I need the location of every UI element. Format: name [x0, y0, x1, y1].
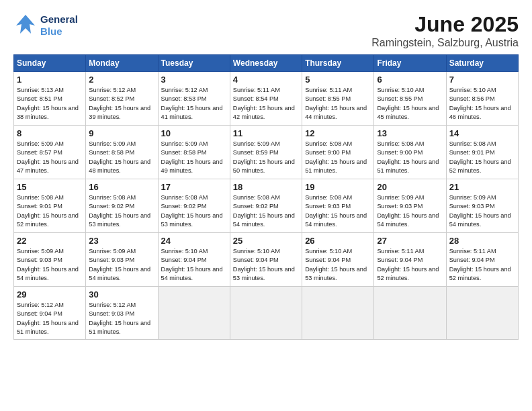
day-info: Sunrise: 5:08 AMSunset: 9:02 PMDaylight:…	[161, 193, 227, 229]
calendar-cell: 17Sunrise: 5:08 AMSunset: 9:02 PMDayligh…	[158, 179, 230, 233]
header: General Blue June 2025 Ramingstein, Salz…	[13, 12, 519, 49]
calendar-cell: 19Sunrise: 5:08 AMSunset: 9:03 PMDayligh…	[302, 179, 374, 233]
day-info: Sunrise: 5:09 AMSunset: 8:59 PMDaylight:…	[233, 140, 299, 175]
day-number: 23	[89, 236, 154, 246]
day-number: 28	[449, 236, 515, 246]
day-info: Sunrise: 5:08 AMSunset: 9:02 PMDaylight:…	[233, 193, 299, 229]
calendar-cell: 15Sunrise: 5:08 AMSunset: 9:01 PMDayligh…	[14, 179, 86, 233]
calendar-cell: 26Sunrise: 5:10 AMSunset: 9:04 PMDayligh…	[302, 233, 374, 287]
calendar-cell	[302, 287, 374, 340]
day-number: 3	[161, 75, 227, 85]
calendar-cell: 3Sunrise: 5:12 AMSunset: 8:53 PMDaylight…	[158, 72, 230, 126]
header-friday: Friday	[374, 55, 446, 72]
header-tuesday: Tuesday	[158, 55, 230, 72]
day-number: 2	[89, 75, 154, 85]
day-info: Sunrise: 5:08 AMSunset: 9:00 PMDaylight:…	[377, 140, 443, 175]
calendar-cell: 4Sunrise: 5:11 AMSunset: 8:54 PMDaylight…	[230, 72, 302, 126]
day-info: Sunrise: 5:12 AMSunset: 8:53 PMDaylight:…	[161, 86, 227, 122]
day-info: Sunrise: 5:09 AMSunset: 9:03 PMDaylight:…	[449, 193, 515, 229]
day-info: Sunrise: 5:10 AMSunset: 8:55 PMDaylight:…	[377, 86, 443, 122]
title-block: June 2025 Ramingstein, Salzburg, Austria	[371, 12, 519, 49]
day-info: Sunrise: 5:09 AMSunset: 8:58 PMDaylight:…	[161, 140, 227, 175]
day-number: 27	[377, 236, 443, 246]
day-info: Sunrise: 5:12 AMSunset: 9:03 PMDaylight:…	[89, 301, 154, 336]
calendar-cell: 8Sunrise: 5:09 AMSunset: 8:57 PMDaylight…	[14, 126, 86, 179]
calendar-cell: 11Sunrise: 5:09 AMSunset: 8:59 PMDayligh…	[230, 126, 302, 179]
calendar-subtitle: Ramingstein, Salzburg, Austria	[371, 37, 519, 49]
day-number: 20	[377, 182, 443, 192]
day-info: Sunrise: 5:08 AMSunset: 9:00 PMDaylight:…	[305, 140, 371, 175]
day-number: 22	[17, 236, 83, 246]
weekday-header-row: Sunday Monday Tuesday Wednesday Thursday…	[14, 55, 519, 72]
day-info: Sunrise: 5:11 AMSunset: 9:04 PMDaylight:…	[377, 247, 443, 283]
day-number: 10	[161, 128, 227, 138]
header-sunday: Sunday	[14, 55, 86, 72]
logo-line2: Blue	[40, 26, 78, 38]
calendar-cell: 9Sunrise: 5:09 AMSunset: 8:58 PMDaylight…	[86, 126, 158, 179]
calendar-week-row: 15Sunrise: 5:08 AMSunset: 9:01 PMDayligh…	[14, 179, 519, 233]
logo: General Blue	[13, 12, 78, 39]
calendar-cell	[230, 287, 302, 340]
calendar-cell: 23Sunrise: 5:09 AMSunset: 9:03 PMDayligh…	[86, 233, 158, 287]
header-saturday: Saturday	[446, 55, 518, 72]
day-info: Sunrise: 5:10 AMSunset: 9:04 PMDaylight:…	[161, 247, 227, 283]
day-info: Sunrise: 5:09 AMSunset: 8:57 PMDaylight:…	[17, 140, 83, 175]
day-number: 26	[305, 236, 371, 246]
calendar-cell: 20Sunrise: 5:09 AMSunset: 9:03 PMDayligh…	[374, 179, 446, 233]
calendar-cell: 18Sunrise: 5:08 AMSunset: 9:02 PMDayligh…	[230, 179, 302, 233]
calendar-cell: 29Sunrise: 5:12 AMSunset: 9:04 PMDayligh…	[14, 287, 86, 340]
day-number: 7	[449, 75, 515, 85]
calendar-cell: 16Sunrise: 5:08 AMSunset: 9:02 PMDayligh…	[86, 179, 158, 233]
calendar-cell: 24Sunrise: 5:10 AMSunset: 9:04 PMDayligh…	[158, 233, 230, 287]
logo-icon	[13, 12, 38, 36]
calendar-cell: 12Sunrise: 5:08 AMSunset: 9:00 PMDayligh…	[302, 126, 374, 179]
calendar-cell: 30Sunrise: 5:12 AMSunset: 9:03 PMDayligh…	[86, 287, 158, 340]
day-info: Sunrise: 5:09 AMSunset: 9:03 PMDaylight:…	[377, 193, 443, 229]
calendar-table: Sunday Monday Tuesday Wednesday Thursday…	[13, 54, 519, 340]
day-number: 19	[305, 182, 371, 192]
day-info: Sunrise: 5:11 AMSunset: 9:04 PMDaylight:…	[449, 247, 515, 283]
calendar-cell: 1Sunrise: 5:13 AMSunset: 8:51 PMDaylight…	[14, 72, 86, 126]
calendar-cell: 5Sunrise: 5:11 AMSunset: 8:55 PMDaylight…	[302, 72, 374, 126]
day-info: Sunrise: 5:11 AMSunset: 8:55 PMDaylight:…	[305, 86, 371, 122]
calendar-cell: 7Sunrise: 5:10 AMSunset: 8:56 PMDaylight…	[446, 72, 518, 126]
day-number: 4	[233, 75, 299, 85]
day-info: Sunrise: 5:08 AMSunset: 9:01 PMDaylight:…	[449, 140, 515, 175]
calendar-cell: 21Sunrise: 5:09 AMSunset: 9:03 PMDayligh…	[446, 179, 518, 233]
calendar-cell	[158, 287, 230, 340]
calendar-cell: 25Sunrise: 5:10 AMSunset: 9:04 PMDayligh…	[230, 233, 302, 287]
day-number: 16	[89, 182, 154, 192]
header-thursday: Thursday	[302, 55, 374, 72]
day-info: Sunrise: 5:13 AMSunset: 8:51 PMDaylight:…	[17, 86, 83, 122]
day-info: Sunrise: 5:09 AMSunset: 9:03 PMDaylight:…	[17, 247, 83, 283]
day-info: Sunrise: 5:12 AMSunset: 8:52 PMDaylight:…	[89, 86, 154, 122]
calendar-cell: 6Sunrise: 5:10 AMSunset: 8:55 PMDaylight…	[374, 72, 446, 126]
day-number: 6	[377, 75, 443, 85]
day-number: 29	[17, 289, 83, 300]
day-number: 21	[449, 182, 515, 192]
day-number: 18	[233, 182, 299, 192]
calendar-cell: 28Sunrise: 5:11 AMSunset: 9:04 PMDayligh…	[446, 233, 518, 287]
day-info: Sunrise: 5:12 AMSunset: 9:04 PMDaylight:…	[17, 301, 83, 336]
calendar-title: June 2025	[371, 12, 519, 37]
header-monday: Monday	[86, 55, 158, 72]
header-wednesday: Wednesday	[230, 55, 302, 72]
calendar-cell: 14Sunrise: 5:08 AMSunset: 9:01 PMDayligh…	[446, 126, 518, 179]
day-number: 1	[17, 75, 83, 85]
page: General Blue June 2025 Ramingstein, Salz…	[0, 0, 532, 411]
calendar-cell: 27Sunrise: 5:11 AMSunset: 9:04 PMDayligh…	[374, 233, 446, 287]
day-number: 25	[233, 236, 299, 246]
calendar-week-row: 1Sunrise: 5:13 AMSunset: 8:51 PMDaylight…	[14, 72, 519, 126]
day-number: 11	[233, 128, 299, 138]
calendar-week-row: 8Sunrise: 5:09 AMSunset: 8:57 PMDaylight…	[14, 126, 519, 179]
day-number: 5	[305, 75, 371, 85]
day-info: Sunrise: 5:08 AMSunset: 9:03 PMDaylight:…	[305, 193, 371, 229]
calendar-cell	[446, 287, 518, 340]
day-number: 13	[377, 128, 443, 138]
day-info: Sunrise: 5:08 AMSunset: 9:01 PMDaylight:…	[17, 193, 83, 229]
calendar-cell: 10Sunrise: 5:09 AMSunset: 8:58 PMDayligh…	[158, 126, 230, 179]
day-number: 30	[89, 289, 154, 300]
day-number: 17	[161, 182, 227, 192]
day-number: 9	[89, 128, 154, 138]
calendar-cell: 2Sunrise: 5:12 AMSunset: 8:52 PMDaylight…	[86, 72, 158, 126]
